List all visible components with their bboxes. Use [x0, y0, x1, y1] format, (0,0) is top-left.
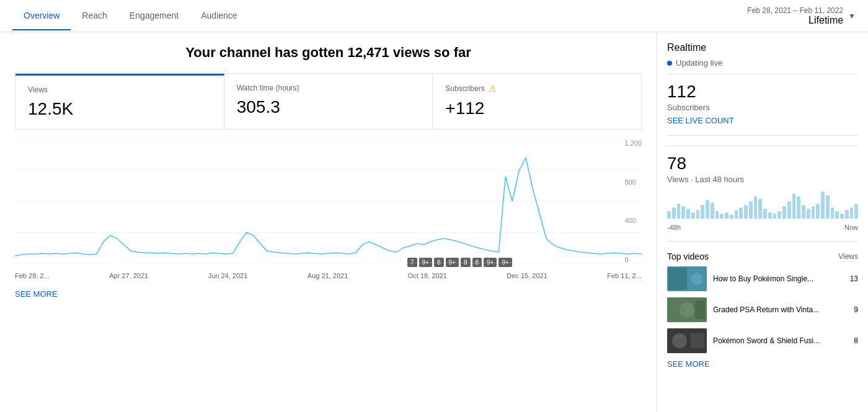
svg-point-7	[691, 273, 703, 285]
realtime-subscribers-count: 112	[667, 82, 858, 102]
video-title-2: Graded PSA Return with Vinta...	[713, 305, 848, 315]
right-sidebar: Realtime Updating live 112 Subscribers S…	[657, 32, 868, 412]
live-dot-icon	[667, 61, 672, 66]
mini-bar	[835, 211, 839, 219]
mini-bar	[854, 204, 858, 219]
mini-bar	[720, 214, 724, 219]
stat-label-views: Views	[28, 85, 211, 94]
svg-point-9	[680, 302, 694, 317]
mini-chart-label-right: Now	[844, 224, 858, 231]
stat-label-subscribers: Subscribers ⚠	[445, 84, 629, 94]
mini-bar	[758, 199, 762, 219]
main-layout: Your channel has gotten 12,471 views so …	[0, 32, 868, 412]
tab-audience[interactable]: Audience	[190, 2, 248, 30]
see-more-button[interactable]: SEE MORE	[15, 289, 58, 299]
video-views-1: 13	[850, 274, 858, 283]
mini-bar	[706, 200, 709, 219]
mini-bar	[696, 210, 700, 219]
mini-bar	[826, 195, 830, 219]
x-label-feb28: Feb 28, 2...	[15, 272, 50, 279]
main-chart	[15, 139, 642, 263]
mini-bar	[816, 204, 820, 219]
video-info-2: Graded PSA Return with Vinta...	[713, 305, 848, 315]
video-thumb-3	[667, 328, 707, 353]
svg-rect-6	[668, 268, 687, 290]
mini-bar	[845, 210, 849, 219]
chart-x-labels: Feb 28, 2... Apr 27, 2021 Jun 24, 2021 A…	[15, 272, 642, 279]
mini-chart-labels: -48h Now	[667, 224, 858, 231]
stat-card-views[interactable]: Views 12.5K	[16, 74, 224, 129]
mini-bar	[831, 208, 835, 219]
stat-value-views: 12.5K	[28, 99, 211, 119]
video-thumb-1	[667, 266, 707, 291]
video-views-3: 8	[854, 336, 858, 345]
x-label-aug21: Aug 21, 2021	[308, 272, 348, 279]
video-title-3: Pokémon Sword & Shield Fusi...	[713, 336, 848, 346]
realtime-section: Realtime Updating live 112 Subscribers S…	[667, 42, 858, 136]
stat-card-subscribers[interactable]: Subscribers ⚠ +112	[433, 74, 641, 129]
top-videos-section: Top videos Views How to Buy Pokémon Sing…	[667, 252, 858, 379]
top-videos-title: Top videos	[667, 252, 709, 261]
mini-bar	[701, 205, 704, 219]
stat-label-watchtime: Watch time (hours)	[237, 84, 420, 92]
top-videos-header: Top videos Views	[667, 252, 858, 261]
mini-bar	[735, 210, 738, 219]
stats-cards: Views 12.5K Watch time (hours) 305.3 Sub…	[15, 73, 642, 129]
sidebar-see-more-button[interactable]: SEE MORE	[667, 359, 858, 369]
mini-bar	[749, 201, 753, 219]
chart-container: 1,200 800 400 0	[15, 139, 642, 265]
date-range-sub: Feb 28, 2021 – Feb 11, 2022	[747, 6, 843, 15]
mini-bar	[812, 206, 815, 219]
video-info-3: Pokémon Sword & Shield Fusi...	[713, 336, 848, 346]
mini-bar	[715, 211, 719, 219]
video-item[interactable]: Graded PSA Return with Vinta... 9	[667, 297, 858, 322]
mini-bar	[672, 208, 676, 219]
mini-bar	[782, 206, 786, 219]
stat-value-watchtime: 305.3	[237, 97, 420, 117]
date-range-main: Lifetime	[747, 15, 843, 26]
mini-bar	[797, 196, 800, 219]
mini-bar	[821, 191, 825, 219]
dropdown-arrow-icon: ▼	[848, 12, 856, 20]
mini-bar	[711, 203, 714, 219]
tab-overview[interactable]: Overview	[12, 2, 71, 30]
views-label: Views · Last 48 hours	[667, 175, 858, 184]
mini-bar	[677, 204, 681, 219]
video-views-2: 9	[854, 305, 858, 314]
warning-icon: ⚠	[489, 84, 497, 94]
mini-bar	[850, 208, 854, 219]
mini-bar	[787, 201, 791, 219]
views-section: 78 Views · Last 48 hours	[667, 146, 858, 242]
x-label-jun24: Jun 24, 2021	[208, 272, 248, 279]
date-range-label: Feb 28, 2021 – Feb 11, 2022 Lifetime	[747, 6, 843, 26]
video-item[interactable]: How to Buy Pokémon Single... 13	[667, 266, 858, 291]
svg-rect-10	[695, 300, 705, 319]
video-item[interactable]: Pokémon Sword & Shield Fusi... 8	[667, 328, 858, 353]
mini-bar-chart	[667, 189, 858, 219]
svg-rect-13	[691, 333, 704, 348]
mini-bar	[744, 205, 748, 219]
realtime-subscribers-label: Subscribers	[667, 103, 858, 112]
stat-card-watchtime[interactable]: Watch time (hours) 305.3	[224, 74, 433, 129]
mini-chart-label-left: -48h	[667, 224, 681, 231]
mini-bar	[691, 213, 695, 219]
nav-tabs: Overview Reach Engagement Audience	[12, 2, 249, 30]
date-range-picker[interactable]: Feb 28, 2021 – Feb 11, 2022 Lifetime ▼	[747, 6, 856, 26]
mini-bar	[686, 209, 690, 219]
video-title-1: How to Buy Pokémon Single...	[713, 274, 844, 284]
views-count: 78	[667, 154, 858, 173]
realtime-indicator: Updating live	[667, 58, 858, 68]
updating-live-label: Updating live	[676, 58, 722, 68]
see-live-count-button[interactable]: SEE LIVE COUNT	[667, 116, 858, 125]
stat-value-subscribers: +112	[445, 99, 629, 118]
left-content: Your channel has gotten 12,471 views so …	[0, 32, 657, 412]
mini-bar	[773, 214, 777, 219]
tab-engagement[interactable]: Engagement	[118, 2, 190, 30]
mini-bar	[763, 209, 767, 219]
mini-bar	[754, 196, 758, 219]
mini-bar	[739, 208, 743, 219]
realtime-title: Realtime	[667, 42, 858, 53]
tab-reach[interactable]: Reach	[71, 2, 118, 30]
mini-bar	[768, 213, 772, 219]
top-videos-views-label: Views	[838, 252, 858, 261]
